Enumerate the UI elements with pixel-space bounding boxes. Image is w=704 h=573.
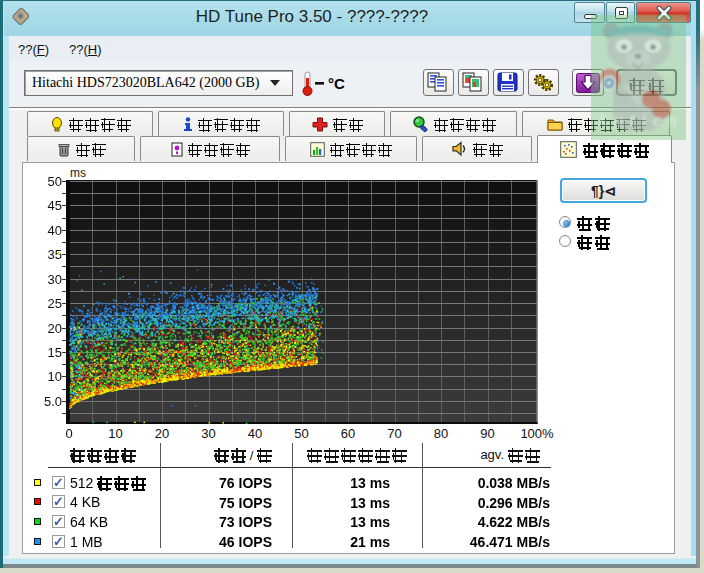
svg-text:°C: °C xyxy=(328,75,345,92)
